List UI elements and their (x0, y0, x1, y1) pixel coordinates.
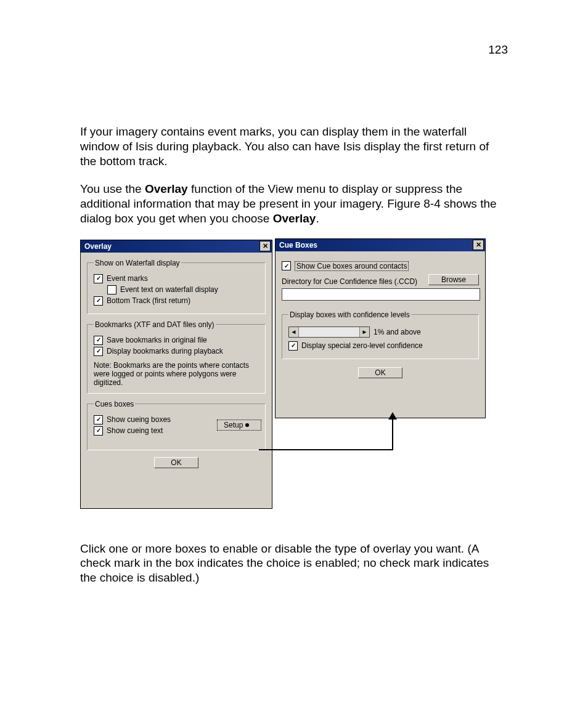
cueboxes-ok-button[interactable]: OK (358, 367, 402, 378)
directory-input[interactable] (282, 288, 480, 301)
cues-legend: Cues boxes (94, 400, 135, 408)
display-bm-label: Display bookmarks during playback (107, 347, 223, 355)
save-bm-label: Save bookmarks in original file (107, 336, 207, 344)
browse-button[interactable]: Browse (428, 274, 479, 285)
event-text-label: Event text on waterfall display (120, 285, 218, 294)
confidence-legend: Display boxes with confidence levels (288, 310, 411, 319)
close-icon[interactable]: ✕ (473, 240, 484, 250)
zero-level-label: Display special zero-level confidence (301, 341, 423, 350)
p2-bold2: Overlay (273, 212, 316, 225)
paragraph-3: Click one or more boxes to enable or dis… (80, 542, 508, 585)
setup-label: Setup (224, 421, 243, 429)
p2-a: You use the (80, 182, 145, 195)
overlay-ok-button[interactable]: OK (154, 457, 198, 468)
show-cue-boxes-label: Show cueing boxes (107, 415, 171, 424)
cueboxes-dialog: Cue Boxes ✕ ✓ Show Cue boxes around cont… (275, 238, 486, 418)
dialogs-figure: Overlay ✕ Show on Waterfall display ✓ Ev… (80, 240, 508, 523)
connector-line (259, 449, 393, 450)
cue-show-label: Show Cue boxes around contacts (295, 261, 409, 271)
page-number: 123 (80, 43, 508, 57)
confidence-scrollbar[interactable]: ◄ ► (288, 327, 370, 338)
setup-button[interactable]: Setup (217, 420, 261, 431)
show-cue-boxes-checkbox[interactable]: ✓ (94, 415, 103, 424)
scroll-track[interactable] (299, 327, 359, 337)
cueboxes-titlebar: Cue Boxes ✕ (276, 239, 485, 251)
dir-label: Directory for Cue Confidence files (.CCD… (282, 277, 417, 286)
bookmarks-note: Note: Bookmarks are the points where con… (94, 361, 259, 387)
display-bm-checkbox[interactable]: ✓ (94, 347, 103, 356)
bookmarks-group: Bookmarks (XTF and DAT files only) ✓ Sav… (87, 320, 266, 394)
cue-show-checkbox[interactable]: ✓ (282, 261, 291, 270)
confidence-value: 1% and above (374, 328, 421, 336)
scroll-left-icon[interactable]: ◄ (289, 327, 299, 337)
connector-line (392, 418, 393, 450)
bookmarks-legend: Bookmarks (XTF and DAT files only) (94, 320, 216, 329)
paragraph-1: If your imagery contains event marks, yo… (80, 124, 508, 168)
cueboxes-title: Cue Boxes (279, 241, 317, 249)
waterfall-group: Show on Waterfall display ✓ Event marks … (87, 259, 266, 314)
overlay-dialog: Overlay ✕ Show on Waterfall display ✓ Ev… (80, 240, 272, 509)
scroll-right-icon[interactable]: ► (359, 327, 369, 337)
event-marks-checkbox[interactable]: ✓ (94, 274, 103, 283)
save-bm-checkbox[interactable]: ✓ (94, 336, 103, 345)
event-text-checkbox[interactable] (107, 285, 116, 294)
show-cue-text-checkbox[interactable]: ✓ (94, 426, 103, 436)
paragraph-2: You use the Overlay function of the View… (80, 182, 508, 225)
show-cue-text-label: Show cueing text (107, 426, 163, 435)
p2-e: . (316, 212, 319, 225)
close-icon[interactable]: ✕ (259, 241, 271, 251)
confidence-group: Display boxes with confidence levels ◄ ►… (282, 310, 479, 359)
zero-level-checkbox[interactable]: ✓ (288, 341, 298, 351)
waterfall-legend: Show on Waterfall display (94, 259, 181, 267)
bottom-track-checkbox[interactable]: ✓ (94, 296, 103, 306)
overlay-titlebar: Overlay ✕ (81, 240, 272, 253)
setup-dot-icon (245, 423, 249, 427)
bottom-track-label: Bottom Track (first return) (107, 296, 190, 305)
cues-group: Cues boxes ✓ Show cueing boxes ✓ Show cu… (87, 400, 266, 450)
p2-bold1: Overlay (145, 182, 188, 195)
overlay-title: Overlay (84, 242, 112, 251)
event-marks-label: Event marks (107, 274, 148, 283)
arrow-up-icon (388, 412, 397, 420)
